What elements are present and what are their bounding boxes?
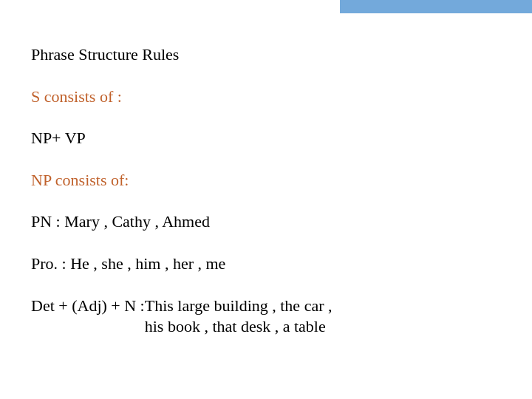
line-np-consists: NP consists of:	[31, 170, 501, 191]
line-s-prefix: S	[31, 87, 40, 106]
line-np-vp-text: NP+ VP	[31, 129, 86, 147]
line-np-rest: consists of:	[51, 171, 129, 189]
line-s-consists: S consists of :	[31, 86, 501, 108]
line-np-prefix: NP	[31, 171, 51, 189]
top-decorative-bar	[340, 0, 532, 13]
line-det-prefix: Det + (Adj) + N :	[31, 296, 145, 317]
title-text: Phrase Structure Rules	[31, 45, 179, 64]
line-pro-text: Pro. : He , she , him , her , me	[31, 254, 225, 273]
line-det-content: This large building , the car , his book…	[145, 296, 332, 338]
line-pn: PN : Mary , Cathy , Ahmed	[31, 211, 501, 233]
title: Phrase Structure Rules	[31, 44, 501, 66]
content-area: Phrase Structure Rules S consists of : N…	[31, 44, 501, 358]
line-det-content-line2: his book , that desk , a table	[145, 316, 332, 338]
line-s-rest: consists of :	[40, 87, 122, 106]
line-pro: Pro. : He , she , him , her , me	[31, 253, 501, 275]
line-det: Det + (Adj) + N : This large building , …	[31, 296, 501, 338]
line-det-content-line1: This large building , the car ,	[145, 296, 332, 317]
line-pn-text: PN : Mary , Cathy , Ahmed	[31, 212, 210, 231]
line-np-vp: NP+ VP	[31, 128, 501, 149]
